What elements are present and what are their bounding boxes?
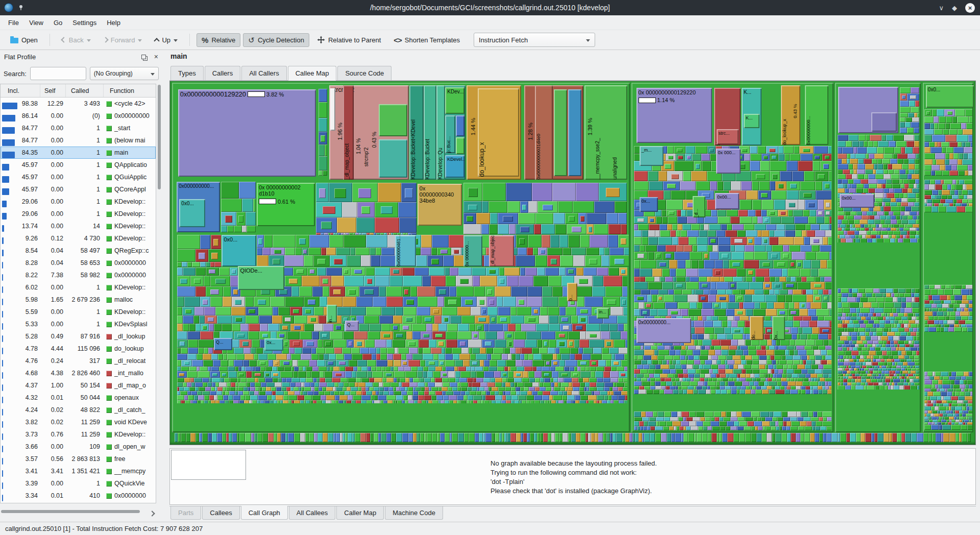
treemap-tile[interactable] <box>813 390 818 394</box>
treemap-tile[interactable] <box>924 425 931 430</box>
treemap-tile[interactable] <box>680 350 687 355</box>
treemap-tile[interactable] <box>896 215 900 220</box>
treemap-tile[interactable] <box>856 211 862 215</box>
table-row[interactable]: 5.330.001KDevSplasl <box>1 318 156 330</box>
treemap-tile[interactable] <box>492 387 498 391</box>
treemap-tile[interactable] <box>618 395 625 400</box>
treemap-tile[interactable] <box>285 297 304 307</box>
treemap-tile[interactable] <box>915 362 919 366</box>
treemap-tile[interactable] <box>874 308 884 313</box>
treemap-block[interactable]: p::Buc... <box>445 115 455 153</box>
treemap-tile[interactable] <box>210 276 230 286</box>
treemap-tile[interactable] <box>799 190 816 200</box>
treemap-tile[interactable] <box>318 367 327 371</box>
treemap-tile[interactable] <box>609 348 618 354</box>
treemap-tile[interactable] <box>852 313 856 317</box>
treemap-tile[interactable] <box>268 324 280 331</box>
treemap-tile[interactable] <box>595 433 599 442</box>
treemap-tile[interactable] <box>709 289 717 295</box>
treemap-tile[interactable] <box>730 426 737 430</box>
treemap-tile[interactable] <box>863 341 867 344</box>
treemap-tile[interactable] <box>740 390 745 394</box>
treemap-tile[interactable] <box>916 198 919 203</box>
treemap-tile[interactable] <box>766 350 774 355</box>
treemap-tile[interactable] <box>623 378 627 382</box>
shorten-templates-toggle[interactable]: <> Shorten Templates <box>388 33 465 47</box>
treemap-tile[interactable] <box>409 348 418 354</box>
treemap-tile[interactable] <box>884 188 889 193</box>
treemap-tile[interactable] <box>688 295 698 302</box>
treemap-tile[interactable] <box>450 382 457 387</box>
treemap-tile[interactable] <box>598 360 606 367</box>
treemap-tile[interactable] <box>239 339 252 348</box>
treemap-tile[interactable] <box>534 400 540 403</box>
treemap-tile[interactable] <box>755 210 761 216</box>
treemap-tile[interactable] <box>222 433 226 442</box>
treemap-tile[interactable] <box>727 421 734 426</box>
treemap-tile[interactable] <box>849 320 853 324</box>
treemap-tile[interactable] <box>473 395 482 400</box>
treemap-tile[interactable] <box>257 235 264 247</box>
treemap-tile[interactable] <box>416 433 421 442</box>
treemap-tile[interactable] <box>838 141 846 148</box>
treemap-tile[interactable] <box>796 260 803 269</box>
treemap-mosaic[interactable] <box>838 288 920 390</box>
treemap-tile[interactable] <box>636 378 641 381</box>
treemap-tile[interactable] <box>654 369 662 374</box>
treemap-tile[interactable] <box>960 311 969 316</box>
treemap-tile[interactable] <box>890 238 895 242</box>
treemap-tile[interactable] <box>794 369 802 374</box>
treemap-tile[interactable] <box>860 332 865 336</box>
treemap-tile[interactable] <box>858 328 865 332</box>
treemap-tile[interactable] <box>766 245 772 252</box>
treemap-tile[interactable] <box>716 374 720 378</box>
treemap-tile[interactable] <box>197 400 201 403</box>
treemap-tile[interactable] <box>752 386 756 390</box>
treemap-tile[interactable] <box>795 339 806 346</box>
treemap-tile[interactable] <box>683 374 688 378</box>
treemap-tile[interactable] <box>516 235 528 247</box>
treemap-tile[interactable] <box>970 392 973 396</box>
treemap-tile[interactable] <box>348 433 352 442</box>
treemap-tile[interactable] <box>804 171 814 181</box>
treemap-tile[interactable] <box>487 382 495 387</box>
treemap-tile[interactable] <box>854 220 860 224</box>
treemap-tile[interactable] <box>594 201 615 213</box>
treemap-tile[interactable] <box>686 378 691 381</box>
treemap-tile[interactable] <box>428 400 433 403</box>
treemap-tile[interactable] <box>566 307 576 315</box>
treemap-tile[interactable] <box>846 141 852 148</box>
treemap-tile[interactable] <box>192 262 200 266</box>
treemap-tile[interactable] <box>485 331 497 339</box>
treemap-tile[interactable] <box>431 276 446 286</box>
treemap-tile[interactable] <box>367 371 372 378</box>
treemap-mosaic[interactable] <box>318 89 327 176</box>
table-row[interactable]: 3.730.7611 259KDevelop:: <box>1 428 156 441</box>
treemap-tile[interactable] <box>305 433 309 442</box>
treemap-tile[interactable] <box>686 417 693 422</box>
treemap-tile[interactable] <box>650 309 657 316</box>
treemap-tile[interactable] <box>734 381 742 386</box>
treemap-tile[interactable] <box>295 248 302 256</box>
table-row[interactable]: 8.280.0458 6530x0000000 <box>1 257 156 269</box>
treemap-tile[interactable] <box>778 421 783 426</box>
treemap-tile[interactable] <box>933 311 937 316</box>
treemap-tile[interactable] <box>774 355 781 360</box>
treemap-tile[interactable] <box>864 355 867 359</box>
treemap-tile[interactable] <box>446 391 453 396</box>
treemap-tile[interactable] <box>677 411 681 417</box>
treemap-tile[interactable] <box>321 248 327 256</box>
treemap-tile[interactable] <box>932 295 940 300</box>
treemap-tile[interactable] <box>654 374 660 378</box>
treemap-tile[interactable] <box>776 364 783 369</box>
treemap-tile[interactable] <box>555 224 567 234</box>
treemap-tile[interactable] <box>760 369 768 374</box>
treemap-tile[interactable] <box>864 174 868 179</box>
treemap-tile[interactable] <box>779 277 786 282</box>
treemap-tile[interactable] <box>603 433 606 442</box>
treemap-tile[interactable] <box>714 411 721 417</box>
treemap-tile[interactable] <box>714 346 721 350</box>
treemap-tile[interactable] <box>268 433 274 442</box>
treemap-tile[interactable] <box>869 351 876 355</box>
treemap-tile[interactable] <box>234 348 243 354</box>
